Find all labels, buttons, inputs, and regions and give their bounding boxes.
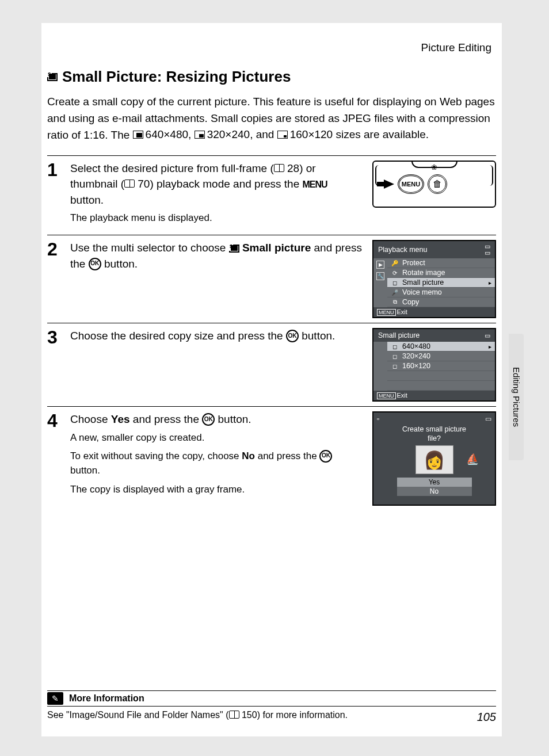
menu-label: MENU [303,180,327,189]
step-text: button. [215,413,251,425]
exit-label: Exit [397,308,407,315]
confirm-question: file? [402,434,466,444]
exit-label: Exit [397,392,407,399]
step-text: Select the desired picture from full-fra… [70,162,274,174]
size-icon-small [277,131,288,139]
sub-text: and press the [255,450,319,461]
menu-item-voice-memo: 🎤Voice memo [387,288,495,297]
row-label: Copy [402,298,419,306]
option-yes: Yes [397,478,472,487]
row-icon: 🔑 [391,260,399,266]
row-label: Rotate image [402,269,445,277]
more-info-text: See "Image/Sound File and Folder Names" … [47,710,229,720]
menu-badge: MENU [377,309,396,316]
play-tab-icon: ▶ [376,261,384,269]
ok-button-icon: OK [202,413,215,426]
step-number: 1 [47,161,61,230]
size-option-640: ◻640×480▸ [387,342,495,352]
more-info-heading: More Information [69,693,144,704]
step-number: 2 [47,240,61,318]
setup-tab-icon: 🔧 [376,272,384,280]
ok-button-icon: OK [286,330,299,342]
menu-badge: MENU [377,392,396,399]
section-header: Picture Editing [47,41,496,54]
step-text: button. [101,258,138,270]
sub-text: button. [70,465,100,476]
small-picture-icon [47,73,58,81]
confirm-question: Create small picture [402,425,466,434]
step-number: 4 [47,411,61,506]
arrow-icon [377,177,394,191]
small-picture-icon: ▫ [377,415,379,423]
sailboat-icon: ⛵ [466,453,479,465]
small-picture-icon [229,245,239,253]
book-icon [124,180,135,188]
book-icon [274,164,284,172]
row-icon: ◻ [391,353,399,360]
step-text: Choose the desired copy size and press t… [70,330,286,342]
size-160: 160×120 sizes are available. [290,127,429,143]
camera-diagram: ❀ MENU 🗑 [372,161,496,230]
size-option-160: ◻160×120 [387,361,495,371]
row-label: Protect [402,259,425,267]
row-icon: ◻ [391,363,399,369]
delete-button: 🗑 [428,174,447,194]
empty-row [387,371,495,381]
lcd-confirm-dialog: ▫ ▭ Create small picture file? 👩 ⛵ Yes N… [372,411,496,506]
row-icon: ◻ [391,343,399,350]
size-icon-large [133,131,143,139]
book-icon [229,711,239,719]
battery-icon: ▭▭ [485,243,490,256]
page-number: 105 [477,711,496,724]
bold-label: Small picture [242,242,311,254]
step-text: button. [70,194,104,206]
ref-70: 70) playback mode and press the [135,178,303,190]
page-footer: ✎ More Information See "Image/Sound File… [47,690,496,720]
bold-no: No [242,450,255,461]
size-640: 640×480, [146,127,192,143]
title-text: Small Picture: Resizing Pictures [62,68,291,86]
size-icon-medium [195,131,205,139]
chevron-right-icon: ▸ [489,280,491,286]
lcd-title: Playback menu [378,246,427,254]
step-subtext: To exit without saving the copy, choose … [70,449,363,478]
preview-thumbnail: 👩 [415,445,453,474]
row-label: 160×120 [402,362,430,370]
size-320: 320×240, and [207,127,274,143]
menu-item-small-picture: ◻Small picture▸ [387,278,495,288]
step-2: 2 Use the multi selector to choose Small… [47,240,496,318]
section-side-tab: Editing Pictures [509,334,524,460]
step-text: Use the multi selector to choose [70,242,229,254]
more-info-text: 150) for more information. [239,710,348,720]
step-subtext: The playback menu is displayed. [70,211,363,226]
step-3: 3 Choose the desired copy size and press… [47,328,496,402]
menu-item-rotate: ⟳Rotate image [387,268,495,278]
chevron-right-icon: ▸ [489,343,491,350]
empty-row [387,381,495,391]
menu-item-protect: 🔑Protect [387,258,495,268]
side-tab-label: Editing Pictures [512,367,521,427]
lcd-small-picture-menu: Small picture ▭ ◻640×480▸ ◻320×240 ◻160×… [372,328,496,402]
sub-text: To exit without saving the copy, choose [70,450,242,461]
menu-button: MENU [398,174,424,194]
step-text: Choose [70,413,111,425]
step-1: 1 Select the desired picture from full-f… [47,161,496,230]
step-number: 3 [47,328,61,402]
lcd-title: Small picture [378,331,420,339]
battery-icon: ▭ [485,333,490,339]
lcd-playback-menu: Playback menu ▭▭ ▶ 🔧 🔑Protect ⟳Rotate im… [372,240,496,318]
row-label: Small picture [402,278,444,287]
flower-icon: ❀ [431,163,437,171]
size-option-320: ◻320×240 [387,352,495,361]
step-text: button. [299,330,335,342]
intro-paragraph: Create a small copy of the current pictu… [47,94,496,144]
row-label: 640×480 [402,342,430,350]
step-subtext: A new, smaller copy is created. [70,431,363,445]
ok-button-icon: OK [319,450,332,463]
row-icon: ⧉ [391,299,399,306]
page-title: Small Picture: Resizing Pictures [47,68,496,86]
row-icon: ◻ [391,280,399,286]
manual-page: Picture Editing Small Picture: Resizing … [41,23,502,736]
menu-item-copy: ⧉Copy [387,297,495,307]
row-icon: ⟳ [391,270,399,276]
